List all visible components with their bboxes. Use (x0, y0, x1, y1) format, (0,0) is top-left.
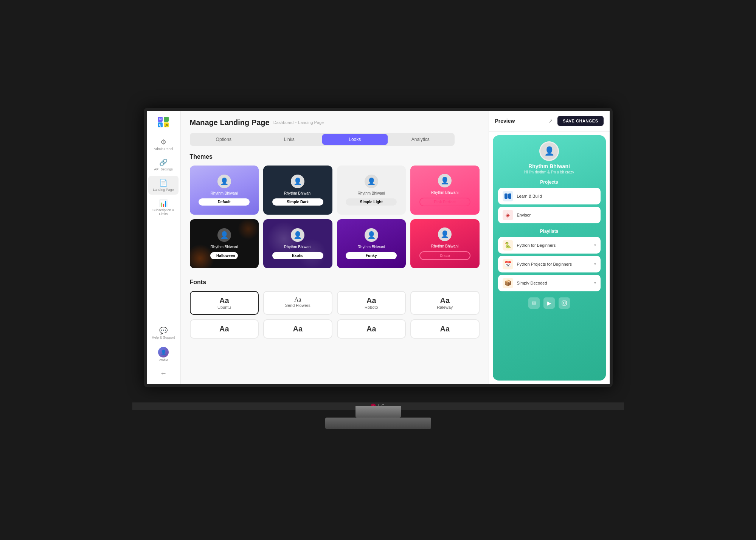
themes-section-title: Themes (190, 153, 480, 160)
preview-project-learn-build[interactable]: Learn & Build (498, 188, 601, 204)
font-card-6[interactable]: Aa (263, 319, 332, 339)
theme-avatar-simple-dark: 👤 (291, 175, 304, 188)
theme-card-funky[interactable]: 👤 Rhythm Bhiwani Funky (337, 219, 406, 268)
theme-btn-simple-dark[interactable]: Simple Dark (272, 198, 323, 206)
font-name-ubuntu: Ubuntu (217, 305, 231, 309)
font-card-roboto[interactable]: Aa Roboto (337, 291, 406, 315)
svg-point-4 (565, 301, 566, 302)
breadcrumb: Dashboard • Landing Page (273, 120, 324, 125)
svg-rect-0 (505, 193, 508, 199)
preview-playlist-python-projects[interactable]: 📅 Python Projects for Beginners ▾ (498, 256, 601, 272)
themes-grid: 👤 Rhythm Bhiwani Default 👤 Rhythm Bhiwan… (190, 166, 480, 268)
theme-avatar-exotic: 👤 (291, 228, 304, 242)
subscription-icon: 📊 (159, 199, 168, 207)
playlist-python-projects-label: Python Projects for Beginners (517, 262, 590, 266)
logo-cell-1: IN (158, 117, 163, 122)
theme-username-pink-perfect: Rhythm Bhiwani (431, 190, 458, 195)
font-card-8[interactable]: Aa (410, 319, 480, 339)
sidebar-item-profile[interactable]: 👤 Profile (148, 344, 179, 365)
font-card-raleway[interactable]: Aa Raleway (410, 291, 480, 315)
breadcrumb-dashboard: Dashboard (273, 120, 294, 125)
preview-header: Preview ↗ SAVE CHANGES (489, 111, 610, 132)
font-card-5[interactable]: Aa (190, 319, 259, 339)
theme-btn-exotic[interactable]: Exotic (272, 252, 323, 259)
collapse-icon: ← (160, 370, 167, 378)
landing-page-label: Landing Page (153, 188, 174, 192)
help-label: Help & Support (152, 336, 175, 339)
font-card-ubuntu[interactable]: Aa Ubuntu (190, 291, 259, 315)
subscription-label: Subscription & Limits (148, 208, 179, 216)
profile-avatar: 👤 (158, 347, 169, 357)
theme-card-disco[interactable]: 👤 Rhythm Bhiwani Disco (410, 219, 480, 268)
font-card-send-flowers[interactable]: Aa Send Flowers (263, 291, 332, 315)
sidebar-item-admin-panel[interactable]: ⚙ Admin Panel (148, 135, 179, 154)
theme-btn-default[interactable]: Default (199, 198, 250, 206)
preview-title: Preview (495, 118, 515, 124)
breadcrumb-separator: • (295, 120, 297, 125)
project-envisor-icon: ◈ (503, 210, 513, 220)
font-aa-7: Aa (366, 325, 376, 333)
theme-username-funky: Rhythm Bhiwani (358, 245, 385, 249)
theme-card-exotic[interactable]: 👤 Rhythm Bhiwani Exotic (263, 219, 332, 268)
tab-links[interactable]: Links (256, 134, 322, 145)
sidebar-item-landing-page[interactable]: 📄 Landing Page (148, 176, 179, 195)
theme-username-default: Rhythm Bhiwani (211, 191, 238, 195)
playlist-simply-decoded-label: Simply Decoded (517, 281, 590, 285)
save-changes-button[interactable]: SAVE CHANGES (557, 116, 603, 126)
theme-card-simple-light[interactable]: 👤 Rhythm Bhiwani Simple Light (337, 166, 406, 215)
theme-card-pink-perfect[interactable]: 👤 Rhythm Bhiwani Pink Perfect (410, 166, 480, 215)
playlist-python-projects-chevron: ▾ (594, 262, 596, 266)
sidebar-collapse-btn[interactable]: ← (148, 367, 179, 381)
fonts-section-title: Fonts (190, 279, 480, 286)
preview-playlists-title: Playlists (498, 229, 601, 234)
theme-username-simple-dark: Rhythm Bhiwani (284, 191, 311, 195)
project-learn-build-label: Learn & Build (517, 194, 542, 198)
font-card-7[interactable]: Aa (337, 319, 406, 339)
theme-card-default[interactable]: 👤 Rhythm Bhiwani Default (190, 166, 259, 215)
monitor-stand-top (355, 406, 401, 418)
theme-avatar-funky: 👤 (365, 228, 378, 242)
theme-btn-pink-perfect[interactable]: Pink Perfect (419, 198, 470, 206)
sidebar-logo: IN Q .js (154, 114, 173, 130)
preview-playlist-simply-decoded[interactable]: 📦 Simply Decoded ▾ (498, 275, 601, 291)
tab-analytics[interactable]: Analytics (388, 134, 453, 145)
theme-btn-disco[interactable]: Disco (419, 251, 470, 260)
logo-cell-2 (164, 117, 169, 122)
page-title: Manage Landing Page (190, 118, 270, 127)
sidebar-item-subscription[interactable]: 📊 Subscription & Limits (148, 196, 179, 219)
tab-looks[interactable]: Looks (322, 134, 388, 145)
social-youtube-btn[interactable]: ▶ (543, 297, 555, 309)
svg-rect-1 (508, 193, 511, 199)
social-instagram-btn[interactable] (559, 297, 570, 309)
font-aa-6: Aa (293, 325, 303, 333)
theme-btn-funky[interactable]: Funky (346, 252, 397, 259)
api-settings-icon: 🔗 (159, 158, 168, 167)
theme-avatar-simple-light: 👤 (365, 175, 378, 188)
font-aa-5: Aa (219, 325, 229, 333)
preview-playlist-python-beginners[interactable]: 🐍 Python for Beginners ▾ (498, 237, 601, 254)
sidebar-item-api-settings[interactable]: 🔗 API Settings (148, 155, 179, 174)
svg-rect-2 (562, 301, 567, 305)
monitor-stand-base (325, 418, 431, 429)
playlist-simply-decoded-chevron: ▾ (594, 281, 596, 285)
font-aa-raleway: Aa (440, 296, 450, 305)
admin-panel-icon: ⚙ (160, 138, 166, 146)
theme-username-disco: Rhythm Bhiwani (431, 244, 458, 248)
external-link-icon[interactable]: ↗ (548, 118, 553, 124)
preview-project-envisor[interactable]: ◈ Envisor (498, 207, 601, 223)
font-name-roboto: Roboto (365, 305, 378, 309)
sidebar-item-help[interactable]: 💬 Help & Support (148, 323, 179, 342)
landing-page-icon: 📄 (159, 179, 168, 187)
tab-options[interactable]: Options (191, 134, 257, 145)
playlist-python-beginners-icon: 🐍 (503, 240, 513, 251)
app-container: IN Q .js ⚙ Admin Panel 🔗 API Settings 📄 (147, 111, 610, 384)
social-email-btn[interactable]: ✉ (528, 297, 540, 309)
playlist-simply-decoded-icon: 📦 (503, 278, 513, 288)
theme-btn-halloween[interactable]: Halloween (210, 252, 238, 259)
theme-card-simple-dark[interactable]: 👤 Rhythm Bhiwani Simple Dark (263, 166, 332, 215)
theme-card-halloween[interactable]: 👤 Rhythm Bhiwani Halloween (190, 219, 259, 268)
svg-point-3 (563, 302, 565, 304)
theme-btn-simple-light[interactable]: Simple Light (346, 198, 397, 206)
sidebar: IN Q .js ⚙ Admin Panel 🔗 API Settings 📄 (147, 111, 181, 384)
preview-phone: 👤 Rhythm Bhiwani Hi I'm rhythm & I'm a b… (493, 135, 606, 381)
